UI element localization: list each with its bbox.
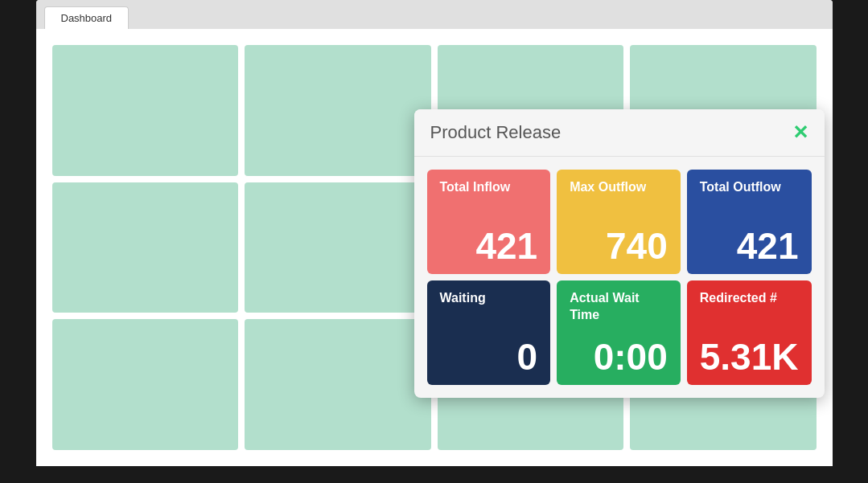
grid-cell bbox=[52, 45, 239, 176]
max-outflow-value: 740 bbox=[570, 227, 668, 264]
total-outflow-card: Total Outflow 421 bbox=[687, 170, 812, 274]
total-inflow-value: 421 bbox=[440, 227, 538, 264]
total-inflow-label: Total Inflow bbox=[440, 179, 538, 196]
grid-cell bbox=[52, 182, 239, 313]
max-outflow-label: Max Outflow bbox=[570, 179, 668, 196]
total-inflow-card: Total Inflow 421 bbox=[427, 170, 551, 274]
modal-body: Total Inflow 421 Max Outflow 740 Total O… bbox=[414, 157, 825, 398]
total-outflow-value: 421 bbox=[700, 227, 799, 264]
redirected-card: Redirected # 5.31K bbox=[687, 280, 812, 385]
grid-cell bbox=[245, 182, 431, 313]
waiting-value: 0 bbox=[440, 338, 538, 375]
modal-title: Product Release bbox=[430, 122, 562, 143]
redirected-value: 5.31K bbox=[700, 338, 799, 375]
actual-wait-time-card: Actual Wait Time 0:00 bbox=[557, 280, 681, 385]
modal-header: Product Release ✕ bbox=[414, 109, 825, 157]
product-release-modal: Product Release ✕ Total Inflow 421 Max O… bbox=[414, 109, 825, 398]
grid-cell bbox=[245, 319, 431, 450]
grid-cell bbox=[52, 319, 239, 450]
total-outflow-label: Total Outflow bbox=[700, 179, 799, 196]
waiting-card: Waiting 0 bbox=[427, 280, 551, 385]
modal-close-button[interactable]: ✕ bbox=[792, 123, 808, 142]
browser-window: Dashboard Product Release ✕ bbox=[36, 0, 833, 466]
grid-cell bbox=[245, 45, 431, 176]
tab-bar: Dashboard bbox=[36, 0, 833, 29]
browser-content: Product Release ✕ Total Inflow 421 Max O… bbox=[36, 29, 833, 466]
actual-wait-time-label: Actual Wait Time bbox=[570, 290, 668, 324]
dashboard-tab[interactable]: Dashboard bbox=[44, 6, 130, 29]
actual-wait-time-value: 0:00 bbox=[570, 338, 668, 375]
redirected-label: Redirected # bbox=[700, 290, 799, 307]
waiting-label: Waiting bbox=[440, 290, 538, 307]
max-outflow-card: Max Outflow 740 bbox=[557, 170, 681, 274]
